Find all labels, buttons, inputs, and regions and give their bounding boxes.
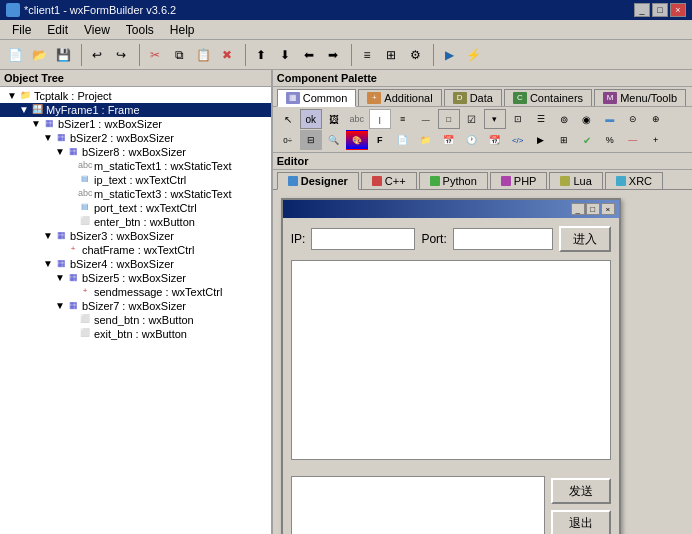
palette-cursor-btn[interactable]: ↖ (277, 109, 299, 129)
tree-item-enterbtn[interactable]: · ⬜ enter_btn : wxButton (0, 215, 271, 229)
tree-item-bsizer7[interactable]: ▼ ▦ bSizer7 : wxBoxSizer (0, 299, 271, 313)
palette-slider-btn[interactable]: ⊝ (622, 109, 644, 129)
palette-date-btn[interactable]: 📅 (438, 130, 460, 150)
tree-item-bsizer1[interactable]: ▼ ▦ bSizer1 : wxBoxSizer (0, 117, 271, 131)
editor-tab-xrc[interactable]: XRC (605, 172, 663, 189)
palette-font-btn[interactable]: F (369, 130, 391, 150)
palette-tab-containers[interactable]: C Containers (504, 89, 592, 106)
ip-input[interactable] (311, 228, 415, 250)
tree-item-project[interactable]: ▼ 📁 Tcptalk : Project (0, 89, 271, 103)
palette-gauge-btn[interactable]: ▬ (599, 109, 621, 129)
send-button[interactable]: 发送 (551, 478, 611, 504)
editor-tab-python[interactable]: Python (419, 172, 488, 189)
tree-item-bsizer8[interactable]: ▼ ▦ bSizer8 : wxBoxSizer (0, 145, 271, 159)
palette-checkbox-btn[interactable]: ☑ (461, 109, 483, 129)
palette-choice-btn[interactable]: ▾ (484, 109, 506, 129)
wx-minimize-btn[interactable]: _ (571, 203, 585, 215)
menu-view[interactable]: View (76, 21, 118, 39)
palette-check-anim-btn[interactable]: ✔ (576, 130, 598, 150)
palette-grid-btn[interactable]: ⊞ (553, 130, 575, 150)
palette-tab-menu[interactable]: M Menu/Toolb (594, 89, 686, 106)
chat-area[interactable] (291, 260, 611, 460)
maximize-btn[interactable]: □ (652, 3, 668, 17)
menu-help[interactable]: Help (162, 21, 203, 39)
copy-btn[interactable]: ⧉ (168, 44, 190, 66)
palette-tab-common[interactable]: ▦ Common (277, 89, 357, 107)
palette-listbox-btn[interactable]: ☰ (530, 109, 552, 129)
port-input[interactable] (453, 228, 553, 250)
editor-tab-cpp[interactable]: C++ (361, 172, 417, 189)
palette-combo-btn[interactable]: ⊡ (507, 109, 529, 129)
wx-close-btn[interactable]: × (601, 203, 615, 215)
palette-tab-data[interactable]: D Data (444, 89, 502, 106)
tree-item-porttext[interactable]: · ▤ port_text : wxTextCtrl (0, 201, 271, 215)
move-down-btn[interactable]: ⬇ (274, 44, 296, 66)
settings-btn[interactable]: ⚙ (404, 44, 426, 66)
palette-spin-btn[interactable]: ⊕ (645, 109, 667, 129)
tree-item-iptext[interactable]: · ▤ ip_text : wxTextCtrl (0, 173, 271, 187)
tree-item-sendbtn[interactable]: · ⬜ send_btn : wxButton (0, 313, 271, 327)
palette-colour-btn[interactable]: 🎨 (346, 130, 368, 150)
palette-plus2-btn[interactable]: + (645, 130, 667, 150)
delete-btn[interactable]: ✖ (216, 44, 238, 66)
tree-item-sendmessage[interactable]: · + sendmessage : wxTextCtrl (0, 285, 271, 299)
editor-tab-lua[interactable]: Lua (549, 172, 602, 189)
menu-tools[interactable]: Tools (118, 21, 162, 39)
tree-item-chatframe[interactable]: · + chatFrame : wxTextCtrl (0, 243, 271, 257)
send-message-input[interactable] (291, 476, 545, 534)
tree-item-bsizer5[interactable]: ▼ ▦ bSizer5 : wxBoxSizer (0, 271, 271, 285)
palette-radiobtn-btn[interactable]: ◉ (576, 109, 598, 129)
tree-item-statictext3[interactable]: · abc m_staticText3 : wxStaticText (0, 187, 271, 201)
palette-button-btn[interactable]: ok (300, 109, 322, 129)
open-btn[interactable]: 📂 (28, 44, 50, 66)
cut-btn[interactable]: ✂ (144, 44, 166, 66)
palette-staticline-btn[interactable]: — (415, 109, 437, 129)
redo-btn[interactable]: ↪ (110, 44, 132, 66)
tree-item-bsizer4[interactable]: ▼ ▦ bSizer4 : wxBoxSizer (0, 257, 271, 271)
palette-radiobox-btn[interactable]: ⊚ (553, 109, 575, 129)
palette-percent-btn[interactable]: % (599, 130, 621, 150)
align-left-btn[interactable]: ≡ (356, 44, 378, 66)
exit-button[interactable]: 退出 (551, 510, 611, 534)
palette-time-btn[interactable]: 🕐 (461, 130, 483, 150)
close-btn[interactable]: × (670, 3, 686, 17)
tree-item-frame[interactable]: ▼ 🪟 MyFrame1 : Frame (0, 103, 271, 117)
palette-file-btn[interactable]: 📄 (392, 130, 414, 150)
palette-cal-btn[interactable]: 📆 (484, 130, 506, 150)
editor-tab-php[interactable]: PHP (490, 172, 548, 189)
palette-minus-btn[interactable]: — (622, 130, 644, 150)
palette-dir-btn[interactable]: 📁 (415, 130, 437, 150)
run-btn[interactable]: ⚡ (462, 44, 484, 66)
minimize-btn[interactable]: _ (634, 3, 650, 17)
palette-richtxt-btn[interactable]: ≡ (392, 109, 414, 129)
palette-bmpbtn-btn[interactable]: 🖼 (323, 109, 345, 129)
tree-item-bsizer2[interactable]: ▼ ▦ bSizer2 : wxBoxSizer (0, 131, 271, 145)
move-up-btn[interactable]: ⬆ (250, 44, 272, 66)
tree-item-bsizer3[interactable]: ▼ ▦ bSizer3 : wxBoxSizer (0, 229, 271, 243)
palette-toggle-btn[interactable]: ⊟ (300, 130, 322, 150)
paste-btn[interactable]: 📋 (192, 44, 214, 66)
palette-search-btn[interactable]: 🔍 (323, 130, 345, 150)
save-btn[interactable]: 💾 (52, 44, 74, 66)
new-btn[interactable]: 📄 (4, 44, 26, 66)
menu-file[interactable]: File (4, 21, 39, 39)
enter-button[interactable]: 进入 (559, 226, 611, 252)
palette-html-btn[interactable]: </> (507, 130, 529, 150)
tree-item-exitbtn[interactable]: · ⬜ exit_btn : wxButton (0, 327, 271, 341)
palette-textctrl-btn[interactable]: | (369, 109, 391, 129)
palette-tab-additional[interactable]: + Additional (358, 89, 441, 106)
move-right-btn[interactable]: ➡ (322, 44, 344, 66)
undo-btn[interactable]: ↩ (86, 44, 108, 66)
generate-btn[interactable]: ▶ (438, 44, 460, 66)
palette-anim-btn[interactable]: ▶ (530, 130, 552, 150)
tree-item-statictext1[interactable]: · abc m_staticText1 : wxStaticText (0, 159, 271, 173)
editor-tab-designer[interactable]: Designer (277, 172, 359, 190)
wx-maximize-btn[interactable]: □ (586, 203, 600, 215)
palette-staticbox-btn[interactable]: □ (438, 109, 460, 129)
expand-btn[interactable]: ⊞ (380, 44, 402, 66)
move-left-btn[interactable]: ⬅ (298, 44, 320, 66)
menu-edit[interactable]: Edit (39, 21, 76, 39)
expand-icon: ▼ (6, 90, 18, 102)
palette-spinctrl-btn[interactable]: 0÷ (277, 130, 299, 150)
palette-static-btn[interactable]: abc (346, 109, 368, 129)
